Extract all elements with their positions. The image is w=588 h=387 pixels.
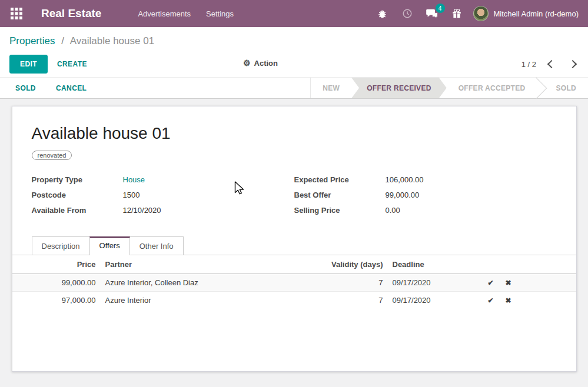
form-sheet: Available house 01 renovated Property Ty… — [12, 106, 577, 372]
refuse-offer-icon[interactable]: ✖ — [500, 292, 517, 309]
col-header-validity[interactable]: Validity (days) — [294, 255, 388, 274]
messages-icon[interactable]: 4 — [426, 8, 438, 19]
col-header-price[interactable]: Price — [12, 255, 101, 274]
user-avatar — [473, 6, 489, 21]
offer-row[interactable]: 97,000.00 Azure Interior 7 09/17/2020 ✔ … — [12, 292, 576, 309]
field-value: 99,000.00 — [386, 191, 420, 199]
col-header-deadline[interactable]: Deadline — [388, 255, 482, 274]
user-name: Mitchell Admin (rd-demo) — [494, 9, 579, 18]
control-panel: Properties / Available house 01 EDIT CRE… — [0, 27, 588, 99]
offer-price: 97,000.00 — [12, 292, 101, 309]
status-steps: NEW OFFER RECEIVED OFFER ACCEPTED SOLD — [310, 78, 588, 98]
offer-price: 99,000.00 — [12, 274, 101, 292]
pager: 1 / 2 — [521, 59, 579, 69]
button-bar: EDIT CREATE ⚙ Action 1 / 2 — [0, 51, 588, 77]
status-step-new[interactable]: NEW — [311, 78, 351, 98]
statusbar: SOLD CANCEL NEW OFFER RECEIVED OFFER ACC… — [0, 77, 588, 99]
field-label: Postcode — [32, 191, 123, 199]
offer-row[interactable]: 99,000.00 Azure Interior, Colleen Diaz 7… — [12, 274, 576, 292]
debug-bug-icon[interactable] — [377, 8, 388, 19]
action-label: Action — [254, 59, 278, 68]
refuse-offer-icon[interactable]: ✖ — [500, 274, 517, 292]
field-best-offer: Best Offer 99,000.00 — [294, 191, 557, 199]
offer-validity: 7 — [294, 292, 388, 309]
field-value: 0.00 — [386, 206, 400, 215]
status-step-offer-accepted[interactable]: OFFER ACCEPTED — [447, 78, 537, 98]
user-menu[interactable]: Mitchell Admin (rd-demo) — [473, 6, 579, 21]
create-button[interactable]: CREATE — [57, 60, 87, 68]
field-groups: Property Type House Postcode 1500 Availa… — [32, 175, 557, 221]
menu-settings[interactable]: Settings — [206, 9, 234, 18]
apps-menu-icon[interactable] — [9, 6, 24, 21]
property-type-link[interactable]: House — [123, 175, 145, 184]
field-label: Property Type — [32, 175, 123, 184]
field-postcode: Postcode 1500 — [32, 191, 294, 199]
offers-table: Price Partner Validity (days) Deadline 9… — [12, 255, 576, 309]
offer-partner: Azure Interior — [101, 292, 294, 309]
breadcrumb: Properties / Available house 01 — [0, 27, 588, 51]
field-group-right: Expected Price 106,000.00 Best Offer 99,… — [294, 175, 557, 221]
offer-validity: 7 — [294, 274, 388, 292]
field-label: Best Offer — [294, 191, 386, 199]
status-step-offer-received[interactable]: OFFER RECEIVED — [351, 78, 447, 98]
gear-icon: ⚙ — [243, 58, 251, 68]
top-navbar: Real Estate Advertisements Settings 4 — [0, 0, 588, 27]
field-property-type: Property Type House — [32, 175, 294, 184]
breadcrumb-separator: / — [61, 35, 64, 46]
tag-renovated: renovated — [32, 151, 72, 160]
offers-table-header: Price Partner Validity (days) Deadline — [12, 255, 576, 274]
form-view: Available house 01 renovated Property Ty… — [0, 99, 588, 387]
field-selling-price: Selling Price 0.00 — [294, 206, 557, 215]
breadcrumb-current: Available house 01 — [70, 35, 154, 46]
gift-icon[interactable] — [451, 8, 463, 19]
edit-button[interactable]: EDIT — [9, 55, 48, 74]
action-menu-button[interactable]: ⚙ Action — [243, 58, 278, 68]
pager-next-icon[interactable] — [566, 59, 579, 69]
app-title[interactable]: Real Estate — [41, 7, 101, 20]
sold-button[interactable]: SOLD — [15, 84, 36, 92]
cancel-button[interactable]: CANCEL — [56, 84, 87, 92]
field-value: 12/10/2020 — [123, 206, 161, 215]
col-header-partner[interactable]: Partner — [101, 255, 294, 274]
field-group-left: Property Type House Postcode 1500 Availa… — [32, 175, 294, 221]
field-value: 1500 — [123, 191, 140, 199]
step-separator-icon — [537, 78, 544, 98]
status-step-sold[interactable]: SOLD — [544, 78, 588, 98]
pager-previous-icon[interactable] — [544, 59, 557, 69]
offer-deadline: 09/17/2020 — [388, 274, 482, 292]
notebook-tabs: Description Offers Other Info — [12, 236, 576, 255]
offer-deadline: 09/17/2020 — [388, 292, 482, 309]
grid-icon — [11, 8, 22, 19]
pager-value[interactable]: 1 / 2 — [521, 60, 536, 69]
field-label: Available From — [32, 206, 123, 215]
tab-description[interactable]: Description — [32, 236, 90, 255]
tab-offers[interactable]: Offers — [89, 236, 130, 255]
tab-other-info[interactable]: Other Info — [129, 236, 184, 255]
accept-offer-icon[interactable]: ✔ — [482, 292, 500, 309]
accept-offer-icon[interactable]: ✔ — [482, 274, 500, 292]
offer-partner: Azure Interior, Colleen Diaz — [101, 274, 294, 292]
message-count-badge: 4 — [436, 4, 445, 13]
activities-clock-icon[interactable] — [401, 8, 413, 19]
field-label: Expected Price — [294, 175, 386, 184]
top-menu: Advertisements Settings — [138, 9, 234, 18]
field-expected-price: Expected Price 106,000.00 — [294, 175, 557, 184]
record-title: Available house 01 — [32, 124, 557, 143]
field-available-from: Available From 12/10/2020 — [32, 206, 294, 215]
field-value: 106,000.00 — [386, 175, 424, 184]
menu-advertisements[interactable]: Advertisements — [138, 9, 191, 18]
field-label: Selling Price — [294, 206, 386, 215]
breadcrumb-properties-link[interactable]: Properties — [9, 35, 55, 46]
